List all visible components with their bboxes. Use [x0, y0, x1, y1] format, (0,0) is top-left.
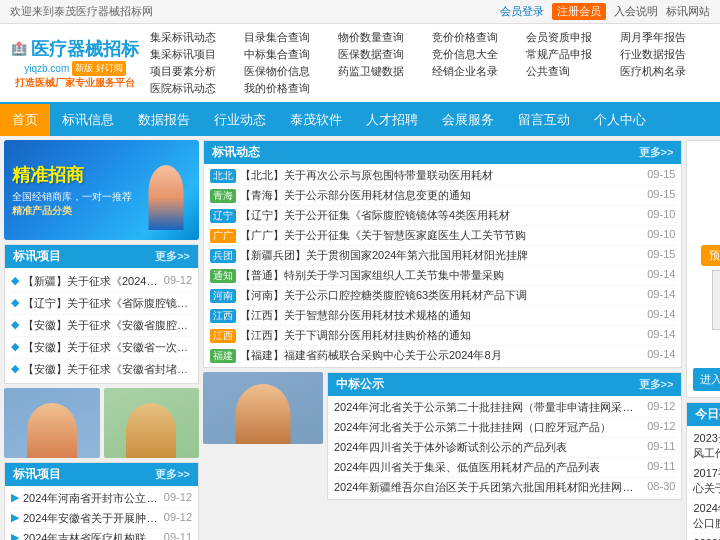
nav-zhouji-baogao[interactable]: 周月季年报告: [620, 30, 710, 45]
nav-wujia-shuliang[interactable]: 物价数量查询: [338, 30, 428, 45]
nav-caiji-xiangmu[interactable]: 集采标讯项目: [150, 47, 240, 62]
nav-personal[interactable]: 个人中心: [582, 104, 658, 136]
biaoxun-dongtai-header: 标讯动态 更多>>: [204, 141, 681, 164]
list-item[interactable]: ▶ 2024年吉林省医疗机构联合采购联盟医用耗材集中集中 09-11: [11, 529, 192, 540]
list-item[interactable]: ◆ 【新疆】关于征求《2024年新疆北部联里药品集中公约采 09-12: [11, 271, 192, 293]
banner-desc: 全国经销商库，一对一推荐 精准产品分类: [12, 190, 141, 218]
list-item[interactable]: 2023新增事项名目-人才关节-关于公示人才招聘2024: [693, 534, 720, 540]
nav-jingbiao-xinxi[interactable]: 竞价信息大全: [432, 47, 522, 62]
list-item[interactable]: 兵团 【新疆兵团】关于贯彻国家2024年第六批国用耗材阳光挂牌 09-15: [210, 246, 675, 266]
zhongbiao-list: 2024年河北省关于公示第二十批挂挂网（带量非申请挂网采购） 09-12 202…: [328, 396, 681, 499]
nav-gongkai-chaxun[interactable]: 公共查询: [526, 64, 616, 79]
logo-slogan: 打造医械厂家专业服务平台: [15, 76, 135, 90]
list-item[interactable]: ◆ 【辽宁】关于征求《省际腹腔镜镜体等4类医用耗材》: [11, 293, 192, 315]
biaoxun-proj-more[interactable]: 更多>>: [155, 249, 190, 264]
proj-list-more[interactable]: 更多>>: [155, 467, 190, 482]
list-item[interactable]: 青海 【青海】关于公示部分医用耗材信息变更的通知 09-15: [210, 186, 675, 206]
nav-hangye-shuju[interactable]: 行业数据报告: [620, 47, 710, 62]
nav-changGui-chanpin[interactable]: 常规产品申报: [526, 47, 616, 62]
join-desc-link[interactable]: 入会说明: [614, 4, 658, 19]
nav-caiji-dongtai[interactable]: 集采标讯动态: [150, 30, 240, 45]
promo-banner[interactable]: 精准招商 全国经销商库，一对一推荐 精准产品分类: [4, 140, 199, 240]
consult-phone: 010-58482047: [693, 223, 720, 241]
nav-yaojian-jiankang[interactable]: 药监卫键数据: [338, 64, 428, 79]
nav-jingxiao-minglu[interactable]: 经销企业名录: [432, 64, 522, 79]
list-item[interactable]: 福建 【福建】福建省药械联合采购中心关于公示2024年8月 09-14: [210, 346, 675, 365]
nav-yiyuan-dongtai[interactable]: 医院标讯动态: [150, 81, 240, 96]
today-box: 今日事项 更多>> 2023云南-云南省医用耗材变态挂风工作（第 2017福建-…: [686, 402, 720, 540]
list-item[interactable]: 2024年河北省关于公示第二十批挂挂网（带量非申请挂网采购） 09-12: [334, 398, 675, 418]
list-item[interactable]: ◆ 【安徽】关于征求《安徽省腹腔镜支架及配套使用器: [11, 315, 192, 337]
consult-box: 咨询台 010-58482047 预约问题解答 在线咨询: [686, 140, 720, 398]
nav-industry[interactable]: 行业动态: [202, 104, 278, 136]
enter-btns: 进入申报系统 进入挂网系统: [693, 368, 720, 391]
main-content: 精准招商 全国经销商库，一对一推荐 精准产品分类 标讯项目 更多>> ◆: [0, 136, 720, 540]
list-item[interactable]: 广广 【广广】关于公开征集《关于智慧医家庭医生人工关节节购 09-10: [210, 226, 675, 246]
list-item[interactable]: 2017福建-福建省药械联合采购中心关于公示: [693, 464, 720, 499]
list-item[interactable]: 北北 【北北】关于再次公示与原包围特带量联动医用耗材 09-15: [210, 166, 675, 186]
enter-system-link[interactable]: 点击进入系统: [693, 349, 720, 364]
logo: 🏥 医疗器械招标 yiqzb.com 新版 好订阅 打造医械厂家专业服务平台: [10, 37, 140, 90]
nav-empty2: [432, 81, 522, 96]
nav-yiliao-jigou[interactable]: 医疗机构名录: [620, 64, 710, 79]
list-item[interactable]: 2024年四川省关于集采、低值医用耗材产品的产品列表 09-11: [334, 458, 675, 478]
consult-title: 咨询台: [693, 147, 720, 165]
biaoxun-proj-left-header: 标讯项目 更多>>: [5, 245, 198, 268]
list-item[interactable]: 江西 【江西】关于智慧部分医用耗材技术规格的通知 09-14: [210, 306, 675, 326]
zhongbiao-box: 中标公示 更多>> 2024年河北省关于公示第二十批挂挂网（带量非申请挂网采购）…: [327, 372, 682, 500]
header-nav-grid: 集采标讯动态 目录集合查询 物价数量查询 竞价价格查询 会员资质申报 周月季年报…: [150, 30, 710, 96]
left-column: 精准招商 全国经销商库，一对一推荐 精准产品分类 标讯项目 更多>> ◆: [4, 140, 199, 540]
list-item[interactable]: 2024年河北省关于公示第二十批挂挂网（口腔牙冠产品） 09-12: [334, 418, 675, 438]
nav-software[interactable]: 泰茂软件: [278, 104, 354, 136]
list-item[interactable]: 通知 【普通】特别关于学习国家组织人工关节集中带量采购 09-14: [210, 266, 675, 286]
nav-exhibition[interactable]: 会展服务: [430, 104, 506, 136]
nav-mulu-chaxun[interactable]: 目录集合查询: [244, 30, 334, 45]
list-item[interactable]: 辽宁 【辽宁】关于公开征集《省际腹腔镜镜体等4类医用耗材 09-10: [210, 206, 675, 226]
top-bar-welcome: 欢迎来到泰茂医疗器械招标网: [10, 4, 153, 19]
logo-title: 🏥 医疗器械招标: [11, 37, 139, 61]
list-item[interactable]: 江西 【江西】关于下调部分医用耗材挂购价格的通知 09-14: [210, 326, 675, 346]
list-item[interactable]: 2024年新疆维吾尔自治区关于兵团第六批国用耗材阳光挂网拒绝挂 08-30: [334, 478, 675, 497]
nav-empty4: [620, 81, 710, 96]
list-item[interactable]: ▶ 2024年安徽省关于开展肿瘤标志物检测产品 申供储 09-12: [11, 509, 192, 529]
nav-jingbiao-jiage[interactable]: 竞价价格查询: [432, 30, 522, 45]
nav-xiangmu-fenxi[interactable]: 项目要素分析: [150, 64, 240, 79]
list-item[interactable]: ▶ 2024年河南省开封市公立医疗机构医用耗材获利（第 09-12: [11, 489, 192, 509]
nav-home[interactable]: 首页: [0, 104, 50, 136]
proj-list-header: 标讯项目 更多>>: [5, 463, 198, 486]
zhongbiao-header: 中标公示 更多>>: [328, 373, 681, 396]
biaoxun-list: 北北 【北北】关于再次公示与原包围特带量联动医用耗材 09-15 青海 【青海】…: [204, 164, 681, 367]
biaoxun-proj-left-box: 标讯项目 更多>> ◆ 【新疆】关于征求《2024年新疆北部联里药品集中公约采 …: [4, 244, 199, 384]
nav-wode-jiage[interactable]: 我的价格查询: [244, 81, 334, 96]
list-item[interactable]: 河南 【河南】关于公示口腔控糖类腹腔镜63类医用耗材产品下调 09-14: [210, 286, 675, 306]
main-nav: 首页 标讯信息 数据报告 行业动态 泰茂软件 人才招聘 会展服务 留言互动 个人…: [0, 104, 720, 136]
nav-message[interactable]: 留言互动: [506, 104, 582, 136]
enter-apply-btn[interactable]: 进入申报系统: [693, 368, 720, 391]
qr-code-1: [712, 270, 720, 330]
top-bar: 欢迎来到泰茂医疗器械招标网 会员登录 注册会员 入会说明 标讯网站: [0, 0, 720, 24]
nav-zhongbiao-chaxun[interactable]: 中标集合查询: [244, 47, 334, 62]
member-login-link[interactable]: 会员登录: [500, 4, 544, 19]
nav-data-report[interactable]: 数据报告: [126, 104, 202, 136]
nav-yibao-wujia[interactable]: 医保物价信息: [244, 64, 334, 79]
top-bar-actions: 会员登录 注册会员 入会说明 标讯网站: [500, 3, 710, 20]
nav-empty1: [338, 81, 428, 96]
portal-link[interactable]: 标讯网站: [666, 4, 710, 19]
list-item[interactable]: 2023云南-云南省医用耗材变态挂风工作（第: [693, 429, 720, 464]
list-item[interactable]: 2024年四川省关于体外诊断试剂公示的产品列表 09-11: [334, 438, 675, 458]
nav-recruit[interactable]: 人才招聘: [354, 104, 430, 136]
today-header: 今日事项 更多>>: [687, 403, 720, 426]
zhongbiao-more[interactable]: 更多>>: [639, 377, 674, 392]
nav-huiyuan-zizhi[interactable]: 会员资质申报: [526, 30, 616, 45]
nav-yibao-shuju[interactable]: 医保数据查询: [338, 47, 428, 62]
list-item[interactable]: ◆ 【安徽】关于征求《安徽省一次性乳头切开刀、一次性使用有: [11, 337, 192, 359]
register-btn[interactable]: 注册会员: [552, 3, 606, 20]
biaoxun-more[interactable]: 更多>>: [639, 145, 674, 160]
consult-preorder-btn[interactable]: 预约问题解答: [701, 245, 720, 266]
thumb-banner-1[interactable]: [4, 388, 100, 458]
nav-biaoxun[interactable]: 标讯信息: [50, 104, 126, 136]
list-item[interactable]: 2024年广东省口腔牙冠采购-关于公口腔挂架联: [693, 499, 720, 534]
right-column: 咨询台 010-58482047 预约问题解答 在线咨询: [686, 140, 720, 540]
list-item[interactable]: ◆ 【安徽】关于征求《安徽省封堵器及其辅送系统集采医: [11, 359, 192, 380]
thumb-banner-2[interactable]: [104, 388, 200, 458]
